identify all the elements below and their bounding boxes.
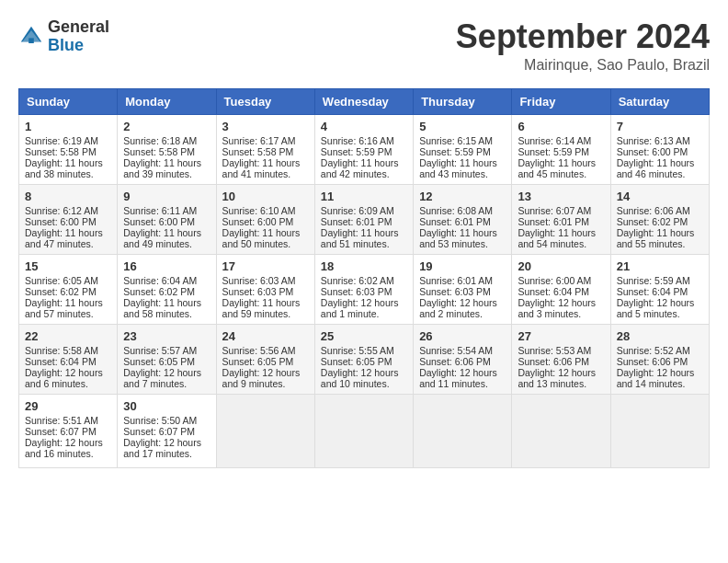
sunrise-label: Sunrise: 6:14 AM	[518, 135, 591, 146]
sunset-label: Sunset: 6:04 PM	[617, 286, 688, 297]
sunrise-label: Sunrise: 6:18 AM	[123, 135, 197, 146]
sunset-label: Sunset: 6:07 PM	[123, 426, 195, 437]
daylight-label: Daylight: 12 hours and 9 minutes.	[222, 367, 301, 389]
day-number: 28	[617, 329, 703, 343]
sunrise-label: Sunrise: 5:58 AM	[25, 345, 98, 356]
header-row: SundayMondayTuesdayWednesdayThursdayFrid…	[19, 88, 710, 114]
daylight-label: Daylight: 11 hours and 50 minutes.	[222, 227, 301, 249]
sunrise-label: Sunrise: 6:16 AM	[321, 135, 394, 146]
sunrise-label: Sunrise: 6:07 AM	[518, 205, 591, 216]
day-number: 5	[419, 120, 506, 133]
calendar-cell: 28 Sunrise: 5:52 AM Sunset: 6:06 PM Dayl…	[610, 324, 709, 394]
day-number: 2	[123, 120, 210, 133]
sunrise-label: Sunrise: 6:01 AM	[419, 275, 493, 286]
location: Mairinque, Sao Paulo, Brazil	[456, 57, 710, 74]
sunset-label: Sunset: 6:06 PM	[419, 356, 491, 367]
calendar-week-3: 15 Sunrise: 6:05 AM Sunset: 6:02 PM Dayl…	[19, 254, 710, 324]
calendar-cell: 22 Sunrise: 5:58 AM Sunset: 6:04 PM Dayl…	[19, 324, 118, 394]
daylight-label: Daylight: 11 hours and 39 minutes.	[123, 157, 201, 179]
sunset-label: Sunset: 6:02 PM	[617, 216, 688, 227]
calendar-cell	[216, 394, 314, 467]
calendar-cell: 19 Sunrise: 6:01 AM Sunset: 6:03 PM Dayl…	[414, 254, 512, 324]
logo-general: General	[48, 17, 109, 36]
sunrise-label: Sunrise: 6:11 AM	[123, 205, 197, 216]
sunrise-label: Sunrise: 6:04 AM	[123, 275, 197, 286]
day-number: 13	[518, 190, 604, 203]
calendar-week-2: 8 Sunrise: 6:12 AM Sunset: 6:00 PM Dayli…	[19, 184, 710, 254]
day-number: 16	[123, 259, 210, 273]
header-day-tuesday: Tuesday	[216, 88, 314, 114]
daylight-label: Daylight: 12 hours and 11 minutes.	[419, 367, 497, 389]
logo-icon	[18, 24, 44, 50]
sunrise-label: Sunrise: 5:53 AM	[518, 345, 591, 356]
calendar-cell: 20 Sunrise: 6:00 AM Sunset: 6:04 PM Dayl…	[512, 254, 610, 324]
daylight-label: Daylight: 12 hours and 3 minutes.	[518, 297, 596, 319]
daylight-label: Daylight: 11 hours and 51 minutes.	[321, 227, 399, 249]
sunset-label: Sunset: 6:00 PM	[617, 146, 688, 157]
daylight-label: Daylight: 12 hours and 1 minute.	[321, 297, 399, 319]
calendar-cell: 23 Sunrise: 5:57 AM Sunset: 6:05 PM Dayl…	[118, 324, 216, 394]
day-number: 26	[419, 329, 506, 343]
sunset-label: Sunset: 6:03 PM	[419, 286, 491, 297]
day-number: 7	[617, 120, 703, 133]
sunset-label: Sunset: 5:59 PM	[321, 146, 392, 157]
calendar-cell: 30 Sunrise: 5:50 AM Sunset: 6:07 PM Dayl…	[118, 394, 216, 467]
calendar-cell	[512, 394, 610, 467]
daylight-label: Daylight: 12 hours and 14 minutes.	[617, 367, 695, 389]
sunset-label: Sunset: 6:02 PM	[123, 286, 195, 297]
day-number: 6	[518, 120, 604, 133]
sunrise-label: Sunrise: 6:05 AM	[25, 275, 98, 286]
daylight-label: Daylight: 11 hours and 59 minutes.	[222, 297, 301, 319]
day-number: 22	[25, 329, 111, 343]
sunrise-label: Sunrise: 6:08 AM	[419, 205, 493, 216]
daylight-label: Daylight: 11 hours and 58 minutes.	[123, 297, 201, 319]
sunset-label: Sunset: 6:02 PM	[25, 286, 97, 297]
day-number: 4	[321, 120, 407, 133]
sunset-label: Sunset: 6:03 PM	[321, 286, 392, 297]
calendar-cell: 8 Sunrise: 6:12 AM Sunset: 6:00 PM Dayli…	[19, 184, 118, 254]
sunrise-label: Sunrise: 6:17 AM	[222, 135, 296, 146]
daylight-label: Daylight: 11 hours and 46 minutes.	[617, 157, 695, 179]
calendar-cell: 3 Sunrise: 6:17 AM Sunset: 5:58 PM Dayli…	[216, 114, 314, 184]
calendar-week-1: 1 Sunrise: 6:19 AM Sunset: 5:58 PM Dayli…	[19, 114, 710, 184]
sunrise-label: Sunrise: 6:06 AM	[617, 205, 690, 216]
daylight-label: Daylight: 11 hours and 57 minutes.	[25, 297, 103, 319]
calendar-cell	[610, 394, 709, 467]
calendar-cell: 12 Sunrise: 6:08 AM Sunset: 6:01 PM Dayl…	[414, 184, 512, 254]
sunset-label: Sunset: 6:06 PM	[617, 356, 688, 367]
calendar-table: SundayMondayTuesdayWednesdayThursdayFrid…	[18, 88, 710, 468]
daylight-label: Daylight: 11 hours and 47 minutes.	[25, 227, 103, 249]
daylight-label: Daylight: 11 hours and 43 minutes.	[419, 157, 497, 179]
day-number: 18	[321, 259, 407, 273]
sunset-label: Sunset: 6:00 PM	[222, 216, 294, 227]
calendar-cell: 6 Sunrise: 6:14 AM Sunset: 5:59 PM Dayli…	[512, 114, 610, 184]
calendar-week-5: 29 Sunrise: 5:51 AM Sunset: 6:07 PM Dayl…	[19, 394, 710, 467]
sunrise-label: Sunrise: 6:19 AM	[25, 135, 98, 146]
calendar-cell: 10 Sunrise: 6:10 AM Sunset: 6:00 PM Dayl…	[216, 184, 314, 254]
daylight-label: Daylight: 12 hours and 5 minutes.	[617, 297, 695, 319]
sunset-label: Sunset: 6:03 PM	[222, 286, 294, 297]
sunrise-label: Sunrise: 5:50 AM	[123, 415, 197, 426]
day-number: 30	[123, 399, 210, 413]
header-day-thursday: Thursday	[414, 88, 512, 114]
sunset-label: Sunset: 6:05 PM	[222, 356, 294, 367]
day-number: 10	[222, 190, 309, 203]
calendar-cell: 25 Sunrise: 5:55 AM Sunset: 6:05 PM Dayl…	[314, 324, 413, 394]
sunset-label: Sunset: 5:59 PM	[518, 146, 589, 157]
calendar-body: 1 Sunrise: 6:19 AM Sunset: 5:58 PM Dayli…	[19, 114, 710, 467]
day-number: 11	[321, 190, 407, 203]
title-block: September 2024 Mairinque, Sao Paulo, Bra…	[456, 18, 710, 74]
sunset-label: Sunset: 5:58 PM	[123, 146, 195, 157]
sunrise-label: Sunrise: 6:02 AM	[321, 275, 394, 286]
daylight-label: Daylight: 12 hours and 17 minutes.	[123, 437, 201, 459]
sunset-label: Sunset: 6:05 PM	[321, 356, 392, 367]
day-number: 12	[419, 190, 506, 203]
sunrise-label: Sunrise: 6:15 AM	[419, 135, 493, 146]
calendar-cell: 14 Sunrise: 6:06 AM Sunset: 6:02 PM Dayl…	[610, 184, 709, 254]
daylight-label: Daylight: 11 hours and 53 minutes.	[419, 227, 497, 249]
sunset-label: Sunset: 6:07 PM	[25, 426, 97, 437]
day-number: 1	[25, 120, 111, 133]
sunrise-label: Sunrise: 5:57 AM	[123, 345, 197, 356]
day-number: 19	[419, 259, 506, 273]
sunset-label: Sunset: 6:04 PM	[518, 286, 589, 297]
